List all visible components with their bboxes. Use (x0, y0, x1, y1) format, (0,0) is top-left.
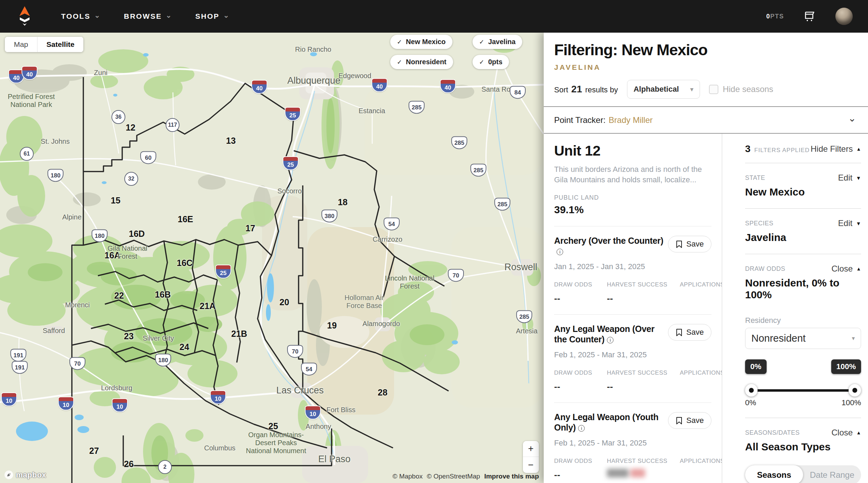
slider-handle-max[interactable] (849, 384, 861, 397)
residency-value: Nonresident (751, 333, 806, 344)
species-tag: JAVELINA (554, 63, 856, 72)
applications-value (680, 293, 722, 303)
hide-filters-label: Hide Filters (811, 144, 853, 154)
season-title: Any Legal Weapon (Over the Counter)i (554, 324, 668, 344)
slider-handle-min[interactable] (745, 384, 758, 397)
filter-section-state: STATE Edit ▼ New Mexico (745, 163, 861, 209)
draw-odds-slider[interactable] (745, 384, 861, 397)
filter-chip-javelina[interactable]: ✓ Javelina (473, 35, 522, 49)
save-button[interactable]: Save (668, 236, 711, 252)
cart-button[interactable] (803, 10, 816, 23)
panel-header: Filtering: New Mexico JAVELINA Sort 21 r… (544, 33, 868, 99)
nav-shop[interactable]: SHOP ⌄ (195, 12, 230, 20)
nav-tools-label: TOOLS (61, 12, 90, 20)
panel-content: Unit 12 This unit borders Arizona and is… (544, 134, 868, 483)
harvest-success-label: HARVEST SUCCESS (607, 369, 680, 376)
edit-state-button[interactable]: Edit ▼ (838, 173, 861, 183)
info-icon[interactable]: i (578, 425, 585, 432)
bookmark-icon (676, 240, 683, 248)
applications-label: APPLICATIONS (680, 458, 722, 465)
slider-range-labels: 0% 100% (745, 398, 861, 407)
hide-seasons-checkbox[interactable]: Hide seasons (709, 84, 773, 94)
active-filter-chips: ✓ New Mexico ✓ Javelina ✓ Nonresident ✓ … (390, 35, 522, 69)
state-filter-value: New Mexico (745, 186, 861, 198)
mapbox-wordmark: mapbox (16, 470, 46, 480)
unit-card-12: Unit 12 This unit borders Arizona and is… (554, 143, 711, 480)
species-filter-value: Javelina (745, 232, 861, 243)
chevron-down-icon: ▼ (856, 220, 861, 226)
save-label: Save (686, 328, 704, 337)
residency-dropdown[interactable]: Nonresident ▾ (745, 328, 861, 349)
sort-dropdown[interactable]: Alphabetical ▾ (627, 80, 700, 99)
user-avatar[interactable] (835, 8, 853, 25)
seasons-filter-label: SEASONS/DATES (745, 429, 800, 436)
gohunt-logo-mark (15, 6, 34, 27)
draw-odds-label: DRAW ODDS (554, 369, 607, 376)
point-tracker-name: Brady Miller (609, 115, 653, 125)
filter-chip-new-mexico[interactable]: ✓ New Mexico (390, 35, 452, 49)
seasons-daterange-toggle: Seasons Date Range (745, 465, 861, 483)
satellite-view-button[interactable]: Satellite (37, 37, 84, 52)
close-label: Close (832, 264, 853, 274)
season-dates: Jan 1, 2025 - Jan 31, 2025 (554, 262, 711, 271)
draw-odds-value: -- (554, 293, 607, 304)
filters-applied-count: 3 FILTERS APPLIED (745, 143, 810, 155)
close-seasons-button[interactable]: Close ▲ (832, 428, 861, 438)
nav-tools[interactable]: TOOLS ⌄ (61, 12, 101, 20)
chevron-down-icon: ⌄ (848, 113, 856, 124)
harvest-success-label: HARVEST SUCCESS (607, 281, 680, 288)
state-filter-label: STATE (745, 174, 765, 182)
points-value: 0 (766, 13, 770, 20)
chevron-down-icon: ⌄ (223, 11, 230, 19)
applications-label: APPLICATIONS (680, 369, 722, 376)
season-title: Any Legal Weapon (Youth Only)i (554, 412, 668, 433)
tab-seasons[interactable]: Seasons (745, 465, 803, 483)
filter-chip-nonresident[interactable]: ✓ Nonresident (390, 55, 453, 69)
filter-section-seasons: SEASONS/DATES Close ▲ All Season Types S… (745, 418, 861, 483)
nav-right: 0PTS (766, 8, 853, 25)
info-icon[interactable]: i (557, 249, 563, 255)
zoom-in-button[interactable]: + (523, 441, 539, 457)
map-canvas[interactable]: 12131516E16D171816A16C16B2221A20192321B2… (0, 33, 544, 483)
draw-odds-filter-label: DRAW ODDS (745, 265, 785, 273)
caret-down-icon: ▾ (690, 86, 693, 93)
filter-section-draw-odds: DRAW ODDS Close ▲ Nonresident, 0% to 100… (745, 254, 861, 418)
sort-prefix: Sort (554, 85, 568, 94)
point-tracker-bar[interactable]: Point Tracker: Brady Miller ⌄ (544, 106, 868, 134)
save-button[interactable]: Save (668, 324, 711, 341)
unit-title[interactable]: Unit 12 (554, 143, 711, 159)
nav-browse[interactable]: BROWSE ⌄ (124, 12, 173, 20)
close-draw-odds-button[interactable]: Close ▲ (832, 264, 861, 274)
osm-attribution-link[interactable]: © OpenStreetMap (427, 473, 480, 480)
points-indicator[interactable]: 0PTS (766, 13, 784, 20)
season-dates: Feb 1, 2025 - Mar 31, 2025 (554, 439, 711, 448)
save-button[interactable]: Save (668, 412, 711, 429)
edit-species-button[interactable]: Edit ▼ (838, 218, 861, 228)
results-panel: Filtering: New Mexico JAVELINA Sort 21 r… (544, 33, 868, 483)
hide-filters-button[interactable]: Hide Filters ▲ (811, 144, 861, 154)
info-icon[interactable]: i (607, 337, 614, 343)
improve-map-link[interactable]: Improve this map (484, 473, 539, 480)
draw-odds-value: -- (554, 469, 607, 480)
mapbox-logo[interactable]: mapbox (4, 470, 46, 480)
sort-dropdown-value: Alphabetical (634, 85, 679, 94)
min-odds-label: 0% (745, 398, 756, 407)
chevron-down-icon: ⌄ (166, 11, 172, 19)
applications-value (680, 469, 722, 480)
top-nav: TOOLS ⌄ BROWSE ⌄ SHOP ⌄ 0PTS (0, 0, 868, 33)
map-view-button[interactable]: Map (5, 37, 37, 52)
public-land-value: 39.1% (554, 204, 711, 216)
max-odds-label: 100% (842, 398, 861, 407)
gohunt-logo[interactable] (15, 6, 34, 27)
check-icon: ✓ (397, 58, 402, 66)
main-menu: TOOLS ⌄ BROWSE ⌄ SHOP ⌄ (61, 12, 230, 20)
filters-sidebar: 3 FILTERS APPLIED Hide Filters ▲ STATE E… (722, 134, 868, 483)
zoom-out-button[interactable]: − (523, 457, 539, 473)
filter-chip-0pts[interactable]: ✓ 0pts (473, 55, 509, 69)
chevron-up-icon: ▲ (856, 430, 861, 435)
check-icon: ✓ (397, 38, 402, 46)
mapbox-attribution-link[interactable]: © Mapbox (392, 473, 423, 480)
tab-date-range[interactable]: Date Range (803, 465, 861, 483)
hide-seasons-label: Hide seasons (723, 84, 773, 94)
chip-label: Javelina (488, 38, 516, 46)
